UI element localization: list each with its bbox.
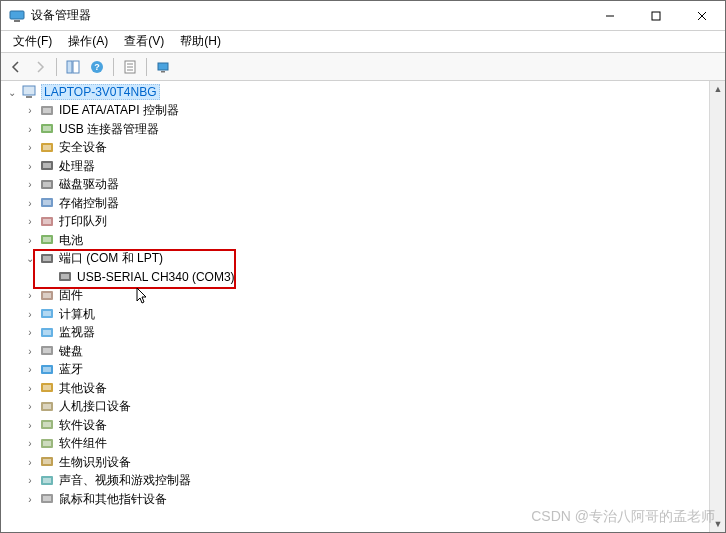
chevron-right-icon[interactable]: ›	[23, 344, 37, 358]
chevron-right-icon[interactable]: ›	[23, 455, 37, 469]
menu-action[interactable]: 操作(A)	[60, 31, 116, 52]
svg-rect-15	[161, 71, 165, 73]
chevron-right-icon[interactable]: ›	[23, 326, 37, 340]
tree-item-label: 软件设备	[59, 417, 107, 434]
chevron-right-icon[interactable]: ›	[23, 159, 37, 173]
tree-category[interactable]: › 生物识别设备	[1, 453, 709, 472]
svg-rect-33	[43, 237, 51, 242]
chevron-right-icon[interactable]: ›	[23, 474, 37, 488]
tree-category[interactable]: › 人机接口设备	[1, 398, 709, 417]
tree-root[interactable]: ⌄ LAPTOP-3V0T4NBG	[1, 83, 709, 102]
tree-category[interactable]: › 监视器	[1, 324, 709, 343]
content-area: ⌄ LAPTOP-3V0T4NBG › IDE ATA/ATAPI 控制器 › …	[1, 81, 725, 532]
forward-button[interactable]	[29, 56, 51, 78]
svg-rect-41	[43, 311, 51, 316]
tree-item-label: USB-SERIAL CH340 (COM3)	[77, 270, 235, 284]
svg-rect-29	[43, 200, 51, 205]
tree-category[interactable]: › 存储控制器	[1, 194, 709, 213]
tree-category[interactable]: › 鼠标和其他指针设备	[1, 490, 709, 509]
chevron-right-icon[interactable]: ›	[23, 400, 37, 414]
svg-rect-7	[73, 61, 79, 73]
device-icon	[57, 269, 73, 285]
maximize-button[interactable]	[633, 1, 679, 31]
chevron-right-icon[interactable]: ›	[23, 104, 37, 118]
tree-category[interactable]: › 软件设备	[1, 416, 709, 435]
tree-category[interactable]: › 磁盘驱动器	[1, 176, 709, 195]
scroll-down-icon[interactable]: ▼	[710, 516, 725, 532]
chevron-right-icon[interactable]: ›	[23, 492, 37, 506]
scan-hardware-button[interactable]	[152, 56, 174, 78]
tree-category[interactable]: › 处理器	[1, 157, 709, 176]
tree-category[interactable]: › 蓝牙	[1, 361, 709, 380]
svg-rect-19	[43, 108, 51, 113]
close-button[interactable]	[679, 1, 725, 31]
chevron-down-icon[interactable]: ⌄	[5, 85, 19, 99]
scroll-up-icon[interactable]: ▲	[710, 81, 725, 97]
help-button[interactable]: ?	[86, 56, 108, 78]
device-category-icon	[39, 195, 55, 211]
tree-category[interactable]: › IDE ATA/ATAPI 控制器	[1, 102, 709, 121]
svg-rect-43	[43, 330, 51, 335]
chevron-right-icon[interactable]: ›	[23, 141, 37, 155]
svg-rect-51	[43, 404, 51, 409]
tree-category[interactable]: › 软件组件	[1, 435, 709, 454]
device-category-icon	[39, 473, 55, 489]
tree-category[interactable]: › 固件	[1, 287, 709, 306]
chevron-down-icon[interactable]: ⌄	[23, 252, 37, 266]
device-category-icon	[39, 232, 55, 248]
device-category-icon	[39, 288, 55, 304]
tree-category[interactable]: › 键盘	[1, 342, 709, 361]
chevron-right-icon[interactable]: ›	[23, 233, 37, 247]
svg-rect-25	[43, 163, 51, 168]
chevron-right-icon[interactable]: ›	[23, 437, 37, 451]
device-category-icon	[39, 399, 55, 415]
chevron-right-icon[interactable]: ›	[23, 381, 37, 395]
chevron-right-icon[interactable]: ›	[23, 196, 37, 210]
device-category-icon	[39, 454, 55, 470]
svg-rect-45	[43, 348, 51, 353]
toolbar: ?	[1, 53, 725, 81]
minimize-button[interactable]	[587, 1, 633, 31]
svg-rect-53	[43, 422, 51, 427]
device-category-icon	[39, 343, 55, 359]
properties-button[interactable]	[119, 56, 141, 78]
chevron-right-icon[interactable]: ›	[23, 215, 37, 229]
show-hide-tree-button[interactable]	[62, 56, 84, 78]
svg-rect-27	[43, 182, 51, 187]
svg-rect-3	[652, 12, 660, 20]
chevron-right-icon[interactable]: ›	[23, 363, 37, 377]
menu-file[interactable]: 文件(F)	[5, 31, 60, 52]
menu-help[interactable]: 帮助(H)	[172, 31, 229, 52]
tree-item-label: 固件	[59, 287, 83, 304]
tree-device[interactable]: USB-SERIAL CH340 (COM3)	[1, 268, 709, 287]
vertical-scrollbar[interactable]: ▲ ▼	[709, 81, 725, 532]
chevron-right-icon[interactable]: ›	[23, 289, 37, 303]
device-category-icon	[39, 140, 55, 156]
tree-category[interactable]: › USB 连接器管理器	[1, 120, 709, 139]
svg-rect-6	[67, 61, 72, 73]
tree-category[interactable]: › 声音、视频和游戏控制器	[1, 472, 709, 491]
chevron-right-icon[interactable]: ›	[23, 418, 37, 432]
chevron-right-icon[interactable]: ›	[23, 122, 37, 136]
menu-view[interactable]: 查看(V)	[116, 31, 172, 52]
tree-category[interactable]: › 其他设备	[1, 379, 709, 398]
menubar: 文件(F) 操作(A) 查看(V) 帮助(H)	[1, 31, 725, 53]
svg-text:?: ?	[94, 62, 100, 72]
tree-category[interactable]: › 安全设备	[1, 139, 709, 158]
tree-category[interactable]: › 电池	[1, 231, 709, 250]
device-tree[interactable]: ⌄ LAPTOP-3V0T4NBG › IDE ATA/ATAPI 控制器 › …	[1, 81, 709, 532]
window-title: 设备管理器	[31, 7, 91, 24]
svg-rect-21	[43, 126, 51, 131]
tree-item-label: 蓝牙	[59, 361, 83, 378]
tree-item-label: 存储控制器	[59, 195, 119, 212]
svg-rect-14	[158, 63, 168, 70]
tree-category[interactable]: › 计算机	[1, 305, 709, 324]
svg-rect-31	[43, 219, 51, 224]
chevron-right-icon[interactable]: ›	[23, 307, 37, 321]
titlebar: 设备管理器	[1, 1, 725, 31]
tree-item-label: 磁盘驱动器	[59, 176, 119, 193]
tree-category[interactable]: › 打印队列	[1, 213, 709, 232]
chevron-right-icon[interactable]: ›	[23, 178, 37, 192]
tree-category[interactable]: ⌄ 端口 (COM 和 LPT)	[1, 250, 709, 269]
back-button[interactable]	[5, 56, 27, 78]
